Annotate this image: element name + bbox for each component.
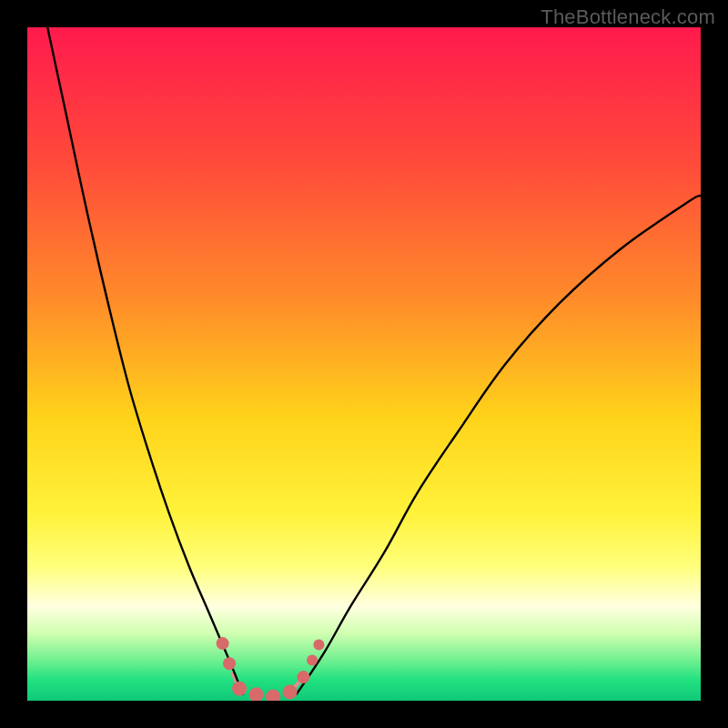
chart-frame: TheBottleneck.com	[0, 0, 728, 728]
chart-svg	[27, 27, 701, 701]
marker-dot	[307, 655, 318, 666]
marker-dot	[217, 637, 229, 650]
marker-dot	[297, 671, 309, 683]
watermark-text: TheBottleneck.com	[541, 5, 715, 29]
chart-background	[27, 27, 701, 701]
marker-dot	[223, 657, 236, 670]
marker-dot	[232, 682, 247, 696]
marker-dot	[313, 640, 324, 651]
marker-dot	[283, 684, 298, 699]
